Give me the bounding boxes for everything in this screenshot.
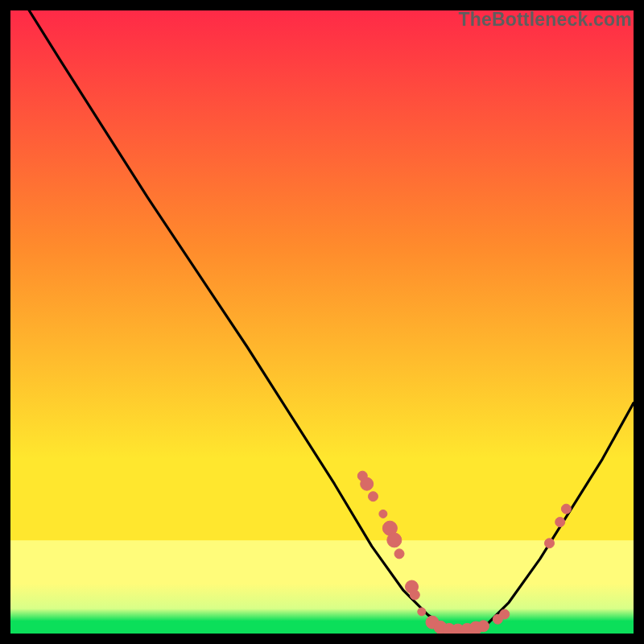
svg-rect-0 — [10, 10, 634, 634]
data-marker — [478, 621, 489, 632]
data-marker — [545, 539, 555, 548]
bottleneck-chart — [10, 10, 634, 634]
data-marker — [394, 549, 404, 559]
chart-frame: TheBottleneck.com — [10, 10, 634, 634]
data-marker — [418, 608, 426, 616]
data-marker — [410, 590, 419, 600]
data-marker — [379, 510, 387, 518]
data-marker — [500, 609, 510, 619]
data-marker — [361, 477, 374, 490]
data-marker — [387, 533, 402, 547]
data-marker — [561, 504, 571, 514]
watermark-text: TheBottleneck.com — [458, 9, 632, 31]
data-marker — [555, 518, 565, 527]
data-marker — [369, 492, 378, 502]
